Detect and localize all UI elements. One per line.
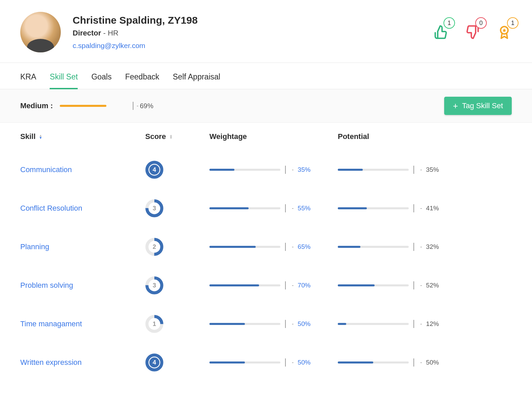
score-donut: 3	[145, 276, 163, 295]
skill-name-link[interactable]: Communication	[20, 165, 72, 174]
tab-feedback[interactable]: Feedback	[125, 72, 159, 89]
summary-fill	[60, 105, 106, 107]
table-row: Problem solving3-70%-52%	[20, 266, 512, 305]
col-header-score[interactable]: Score ▲▼	[145, 132, 209, 141]
skill-name-link[interactable]: Planning	[20, 242, 49, 251]
potential-value: 52%	[426, 282, 443, 289]
weightage-value: 55%	[298, 205, 314, 212]
potential-bar: -35%	[338, 166, 512, 174]
weightage-value: 65%	[298, 243, 314, 251]
weightage-bar: -55%	[209, 204, 338, 212]
profile-info: Christine Spalding, ZY198 Director - HR …	[73, 15, 433, 50]
end-mark	[285, 358, 286, 367]
award-count: 1	[507, 17, 518, 29]
table-row: Planning2-65%-32%	[20, 228, 512, 266]
weightage-bar: -70%	[209, 281, 338, 289]
weightage-bar: -65%	[209, 243, 338, 251]
profile-email-link[interactable]: c.spalding@zylker.com	[73, 42, 145, 49]
col-header-skill[interactable]: Skill ▲▼	[20, 132, 145, 141]
end-mark	[285, 243, 286, 251]
weightage-bar: -50%	[209, 358, 338, 367]
progress-track	[338, 323, 409, 325]
summary-track	[60, 105, 127, 107]
score-value: 1	[145, 315, 163, 333]
potential-value: 35%	[426, 166, 443, 173]
col-header-potential: Potential	[338, 132, 512, 141]
table-row: Time managament1-50%-12%	[20, 305, 512, 343]
sort-icon: ▲▼	[169, 134, 173, 139]
tab-goals[interactable]: Goals	[91, 72, 111, 89]
potential-bar: -41%	[338, 204, 512, 212]
progress-track	[209, 169, 280, 171]
end-mark	[413, 281, 414, 289]
potential-bar: -52%	[338, 281, 512, 289]
tag-skill-set-button[interactable]: + Tag Skill Set	[444, 97, 512, 115]
end-mark	[413, 243, 414, 251]
tab-skill-set[interactable]: Skill Set	[50, 72, 78, 89]
progress-track	[338, 284, 409, 286]
weightage-value: 35%	[298, 166, 314, 173]
potential-value: 41%	[426, 205, 443, 212]
profile-name: Christine Spalding, ZY198	[73, 15, 433, 26]
thumbs-down-count: 0	[475, 17, 487, 29]
end-mark	[285, 281, 286, 289]
score-donut: 2	[145, 238, 163, 256]
potential-value: 32%	[426, 243, 443, 251]
progress-track	[338, 246, 409, 248]
score-donut: 3	[145, 199, 163, 217]
thumbs-down-button[interactable]: 0	[465, 25, 480, 40]
score-value: 2	[145, 238, 163, 256]
score-donut: 4	[145, 353, 163, 372]
skill-name-link[interactable]: Written expression	[20, 358, 82, 367]
score-value: 4	[149, 357, 159, 368]
potential-value: 50%	[426, 359, 443, 366]
progress-track	[209, 361, 280, 363]
progress-track	[209, 207, 280, 209]
tab-self-appraisal[interactable]: Self Appraisal	[173, 72, 221, 89]
progress-track	[338, 169, 409, 171]
thumbs-up-button[interactable]: 1	[433, 25, 448, 40]
award-button[interactable]: 1	[497, 25, 512, 40]
tab-kra[interactable]: KRA	[20, 72, 36, 89]
summary-bar: Medium : - 69% + Tag Skill Set	[0, 89, 532, 123]
tag-button-label: Tag Skill Set	[462, 101, 503, 110]
end-mark	[285, 166, 286, 174]
weightage-value: 50%	[298, 320, 314, 328]
weightage-bar: -50%	[209, 320, 338, 328]
end-mark	[413, 204, 414, 212]
skill-name-link[interactable]: Time managament	[20, 320, 82, 328]
skill-name-link[interactable]: Problem solving	[20, 281, 73, 290]
plus-icon: +	[453, 101, 458, 110]
end-mark	[285, 204, 286, 212]
score-value: 3	[145, 199, 163, 217]
potential-bar: -12%	[338, 320, 512, 328]
weightage-bar: -35%	[209, 166, 338, 174]
thumbs-up-count: 1	[444, 17, 455, 29]
table-row: Conflict Resolution3-55%-41%	[20, 189, 512, 228]
table-row: Communication4-35%-35%	[20, 150, 512, 189]
potential-bar: -50%	[338, 358, 512, 367]
end-mark	[413, 358, 414, 367]
end-mark	[413, 166, 414, 174]
weightage-value: 50%	[298, 359, 314, 366]
score-value: 4	[149, 165, 159, 175]
skill-name-link[interactable]: Conflict Resolution	[20, 204, 82, 213]
progress-track	[338, 361, 409, 363]
potential-value: 12%	[426, 320, 443, 328]
score-donut: 4	[145, 161, 163, 179]
summary-end-mark	[133, 102, 133, 110]
tabs: KRASkill SetGoalsFeedbackSelf Appraisal	[0, 63, 532, 89]
progress-track	[209, 246, 280, 248]
score-value: 3	[145, 276, 163, 295]
score-donut: 1	[145, 315, 163, 333]
header-actions: 1 0 1	[433, 25, 512, 40]
end-mark	[413, 320, 414, 328]
skill-table: Skill ▲▼ Score ▲▼ Weightage Potential Co…	[0, 123, 532, 382]
progress-track	[209, 284, 280, 286]
dash-separator: -	[137, 103, 138, 109]
avatar[interactable]	[20, 12, 61, 52]
potential-bar: -32%	[338, 243, 512, 251]
role-title: Director	[73, 29, 101, 37]
sort-icon: ▲▼	[39, 134, 42, 139]
role-dept: HR	[108, 29, 119, 37]
